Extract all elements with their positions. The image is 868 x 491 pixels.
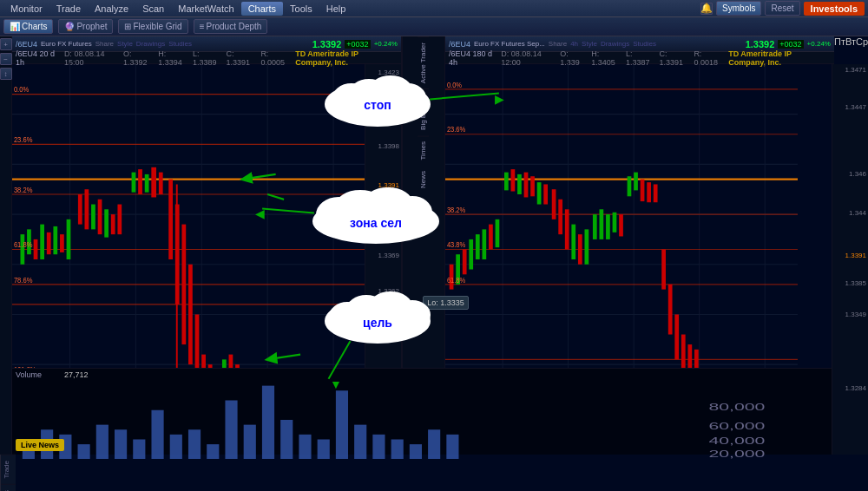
svg-rect-146 <box>641 180 645 201</box>
svg-rect-43 <box>188 265 193 364</box>
chart-right-studies: Studies <box>633 40 656 48</box>
svg-rect-33 <box>111 214 115 234</box>
svg-rect-181 <box>354 425 366 459</box>
chart-left-price-pct: +0.24% <box>374 40 398 48</box>
menu-right: 🔔 Symbols Reset Investools <box>700 1 865 16</box>
svg-rect-42 <box>181 225 186 344</box>
svg-rect-178 <box>299 435 311 459</box>
svg-rect-127 <box>511 169 516 191</box>
chart-row: /6EU4 Euro FX Futures Share Style Drawin… <box>12 36 868 455</box>
svg-text:43.8%: 43.8% <box>447 239 466 249</box>
symbols-btn[interactable]: Symbols <box>716 1 761 16</box>
svg-rect-32 <box>104 209 108 237</box>
menu-charts[interactable]: Charts <box>241 2 283 16</box>
notification-icon[interactable]: 🔔 <box>700 3 713 15</box>
chart-right-4h: 4h <box>570 40 578 48</box>
svg-rect-135 <box>565 209 569 249</box>
r-price-1.3284: 1.3284 <box>845 384 866 392</box>
svg-rect-171 <box>170 435 182 459</box>
svg-text:0.0%: 0.0% <box>14 85 30 95</box>
svg-text:60,000: 60,000 <box>708 422 765 432</box>
svg-rect-120 <box>463 249 467 274</box>
right-tab-trade[interactable]: Trade <box>1 455 16 484</box>
r-price-1.3447: 1.3447 <box>845 103 866 111</box>
menu-trade[interactable]: Trade <box>49 2 88 16</box>
lo-indicator: Lo: 1.3335 <box>423 296 469 310</box>
chart-right-share: Share <box>549 40 567 48</box>
chart-left-symbol-prefix: /6EU4 <box>16 40 37 49</box>
svg-rect-142 <box>613 213 617 232</box>
side-btn-2[interactable]: − <box>0 53 12 65</box>
prophet-btn[interactable]: 🔮 Prophet <box>58 19 113 34</box>
right-tab-times[interactable]: Times And Sales <box>1 484 16 491</box>
chart-right-price-scale: 1.3471 1.3447 1.346 1.344 1.3391 1.3385 … <box>832 64 868 455</box>
chart-right-price: 1.3392 <box>746 39 775 49</box>
svg-rect-130 <box>530 176 535 196</box>
svg-rect-22 <box>34 239 38 259</box>
chart-left-drawings: Drawings <box>136 40 165 48</box>
svg-rect-132 <box>543 184 548 204</box>
svg-rect-183 <box>391 440 404 460</box>
svg-rect-37 <box>145 174 149 193</box>
svg-rect-140 <box>599 209 603 239</box>
side-btn-1[interactable]: + <box>0 38 12 50</box>
charts-area: /6EU4 Euro FX Futures Share Style Drawin… <box>12 36 868 455</box>
chart-right-style: Style <box>582 40 597 48</box>
svg-rect-121 <box>469 239 473 270</box>
svg-rect-129 <box>524 173 529 198</box>
r-price-1.3349: 1.3349 <box>845 311 866 318</box>
reset-btn[interactable]: Reset <box>765 1 799 16</box>
right-tabs: Trade Times And Sales Active Trader Big … <box>0 455 16 491</box>
menu-help[interactable]: Help <box>319 2 353 16</box>
svg-text:23.6%: 23.6% <box>447 125 466 134</box>
charts-toolbar-btn[interactable]: 📊 Charts <box>3 19 53 34</box>
chart-icon: 📊 <box>10 22 20 31</box>
svg-rect-29 <box>84 189 89 229</box>
svg-text:23.6%: 23.6% <box>14 134 33 144</box>
live-news-btn[interactable]: Live News <box>16 439 64 451</box>
menu-analyze[interactable]: Analyze <box>88 2 135 16</box>
svg-rect-35 <box>132 173 136 193</box>
svg-rect-131 <box>537 182 542 204</box>
svg-rect-27 <box>67 219 71 259</box>
svg-rect-133 <box>552 189 556 219</box>
depth-icon: ≡ <box>200 22 205 31</box>
svg-text:61.8%: 61.8% <box>14 239 33 249</box>
svg-rect-179 <box>318 440 330 460</box>
times-panel[interactable]: Times <box>418 135 429 165</box>
svg-text:78.6%: 78.6% <box>14 275 33 285</box>
active-trader-panel[interactable]: Active Trader <box>418 36 429 88</box>
price-1.3362: 1.3362 <box>378 287 399 295</box>
svg-rect-26 <box>60 234 64 252</box>
price-1.3423: 1.3423 <box>378 69 399 76</box>
menu-scan[interactable]: Scan <box>135 2 171 16</box>
svg-text:80,000: 80,000 <box>708 403 765 413</box>
price-1.3391: 1.3391 <box>378 181 399 189</box>
svg-rect-25 <box>53 226 57 254</box>
side-btn-3[interactable]: ↕ <box>0 68 12 80</box>
svg-rect-172 <box>188 429 201 459</box>
svg-rect-141 <box>606 214 610 239</box>
price-1.3353: 1.3353 <box>378 311 399 318</box>
svg-rect-186 <box>446 435 458 459</box>
r-price-1.3391: 1.3391 <box>845 252 866 259</box>
svg-rect-151 <box>674 314 679 359</box>
toolbar-main: 📊 Charts 🔮 Prophet ⊞ Flexible Grid ≡ Pro… <box>0 17 868 36</box>
svg-rect-176 <box>262 386 274 459</box>
product-depth-btn[interactable]: ≡ Product Depth <box>194 19 268 34</box>
svg-rect-137 <box>578 234 582 265</box>
svg-rect-185 <box>428 429 440 459</box>
chart-left-price-change: +0032 <box>345 40 370 49</box>
menu-monitor[interactable]: Monitor <box>3 2 49 16</box>
chart-right-broker: Euro FX Futures Sep... <box>474 40 545 48</box>
flexible-grid-btn[interactable]: ⊞ Flexible Grid <box>118 19 187 34</box>
big-buttons-panel[interactable]: Big Buttons <box>418 88 429 135</box>
menu-marketwatch[interactable]: MarketWatch <box>171 2 240 16</box>
svg-rect-24 <box>47 232 51 254</box>
svg-rect-123 <box>482 229 486 259</box>
svg-rect-34 <box>117 205 122 235</box>
menu-tools[interactable]: Tools <box>283 2 319 16</box>
news-panel[interactable]: News <box>418 166 429 193</box>
svg-rect-170 <box>151 410 163 459</box>
investools-logo: Investools <box>804 2 865 16</box>
